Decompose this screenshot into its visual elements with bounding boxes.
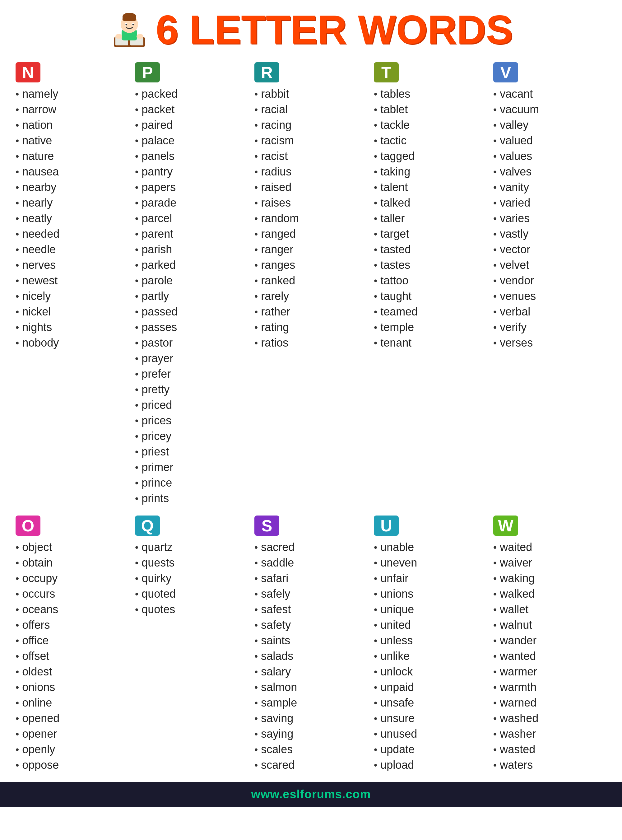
list-item: unless xyxy=(374,633,487,648)
list-item: random xyxy=(255,211,367,226)
list-item: raised xyxy=(255,180,367,195)
letter-badge-s: S xyxy=(255,516,279,536)
list-item: wasted xyxy=(493,742,607,757)
list-item: washed xyxy=(493,710,607,726)
list-item: vanity xyxy=(493,180,607,195)
list-item: nearby xyxy=(15,180,129,195)
list-item: warned xyxy=(493,695,607,710)
list-item: needle xyxy=(15,242,129,257)
list-item: priced xyxy=(135,397,248,413)
list-item: offers xyxy=(15,617,129,633)
list-item: valley xyxy=(493,117,607,133)
list-item: pretty xyxy=(135,382,248,397)
list-item: vector xyxy=(493,242,607,257)
list-item: parole xyxy=(135,273,248,289)
list-item: washer xyxy=(493,726,607,742)
letter-badge-v: V xyxy=(493,62,518,82)
list-item: salads xyxy=(255,648,367,664)
list-item: passes xyxy=(135,319,248,335)
list-item: onions xyxy=(15,680,129,695)
list-item: rabbit xyxy=(255,86,367,102)
svg-point-10 xyxy=(125,24,127,26)
list-item: unlock xyxy=(374,664,487,680)
list-item: waking xyxy=(493,571,607,586)
list-item: varied xyxy=(493,195,607,211)
list-item: update xyxy=(374,742,487,757)
list-item: priest xyxy=(135,444,248,460)
header: 6 LETTER WORDS xyxy=(0,0,622,56)
letter-column-p: Ppackedpacketpairedpalacepanelspantrypap… xyxy=(132,59,251,506)
list-item: saying xyxy=(255,726,367,742)
list-item: warmer xyxy=(493,664,607,680)
list-item: ranged xyxy=(255,226,367,242)
list-item: vacuum xyxy=(493,102,607,117)
list-item: verbal xyxy=(493,304,607,319)
list-item: valves xyxy=(493,164,607,180)
list-item: neatly xyxy=(15,211,129,226)
list-item: office xyxy=(15,633,129,648)
list-item: prince xyxy=(135,475,248,490)
list-item: nausea xyxy=(15,164,129,180)
list-item: opened xyxy=(15,710,129,726)
list-item: pastor xyxy=(135,335,248,351)
letter-badge-p: P xyxy=(135,62,160,82)
letter-badge-u: U xyxy=(374,516,399,536)
letter-column-s: Ssacredsaddlesafarisafelysafestsafetysai… xyxy=(251,512,371,773)
list-item: nerves xyxy=(15,257,129,273)
list-item: ratios xyxy=(255,335,367,351)
svg-rect-12 xyxy=(115,34,122,38)
list-item: target xyxy=(374,226,487,242)
list-item: vastly xyxy=(493,226,607,242)
list-item: packet xyxy=(135,102,248,117)
list-item: papers xyxy=(135,180,248,195)
letter-badge-w: W xyxy=(493,516,518,536)
list-item: teamed xyxy=(374,304,487,319)
list-item: namely xyxy=(15,86,129,102)
list-item: safest xyxy=(255,602,367,617)
list-item: tagged xyxy=(374,148,487,164)
list-item: sample xyxy=(255,695,367,710)
letter-badge-t: T xyxy=(374,62,399,82)
list-item: quotes xyxy=(135,602,248,617)
list-item: upload xyxy=(374,757,487,773)
list-item: tasted xyxy=(374,242,487,257)
list-item: native xyxy=(15,133,129,148)
letter-badge-q: Q xyxy=(135,516,160,536)
list-item: rather xyxy=(255,304,367,319)
list-item: saddle xyxy=(255,555,367,571)
list-item: occurs xyxy=(15,586,129,602)
list-item: tenant xyxy=(374,335,487,351)
list-item: nearly xyxy=(15,195,129,211)
list-item: unfair xyxy=(374,571,487,586)
list-item: unpaid xyxy=(374,680,487,695)
list-item: scales xyxy=(255,742,367,757)
list-item: offset xyxy=(15,648,129,664)
list-item: passed xyxy=(135,304,248,319)
list-item: palace xyxy=(135,133,248,148)
list-item: safety xyxy=(255,617,367,633)
list-item: unsafe xyxy=(374,695,487,710)
letter-column-w: Wwaitedwaiverwakingwalkedwalletwalnutwan… xyxy=(490,512,610,773)
letter-column-n: Nnamelynarrownationnativenaturenauseanea… xyxy=(12,59,132,506)
list-item: waters xyxy=(493,757,607,773)
list-item: wander xyxy=(493,633,607,648)
list-item: walked xyxy=(493,586,607,602)
svg-point-11 xyxy=(132,24,134,26)
list-item: parcel xyxy=(135,211,248,226)
list-item: parish xyxy=(135,242,248,257)
list-item: unable xyxy=(374,539,487,555)
list-item: tackle xyxy=(374,117,487,133)
list-item: needed xyxy=(15,226,129,242)
list-item: talked xyxy=(374,195,487,211)
list-item: unique xyxy=(374,602,487,617)
list-item: safely xyxy=(255,586,367,602)
list-item: warmth xyxy=(493,680,607,695)
list-item: wallet xyxy=(493,602,607,617)
list-item: paired xyxy=(135,117,248,133)
list-item: oppose xyxy=(15,757,129,773)
letter-column-v: Vvacantvacuumvalleyvaluedvaluesvalvesvan… xyxy=(490,59,610,506)
list-item: unsure xyxy=(374,710,487,726)
list-item: ranked xyxy=(255,273,367,289)
list-item: prints xyxy=(135,490,248,506)
list-item: ranges xyxy=(255,257,367,273)
